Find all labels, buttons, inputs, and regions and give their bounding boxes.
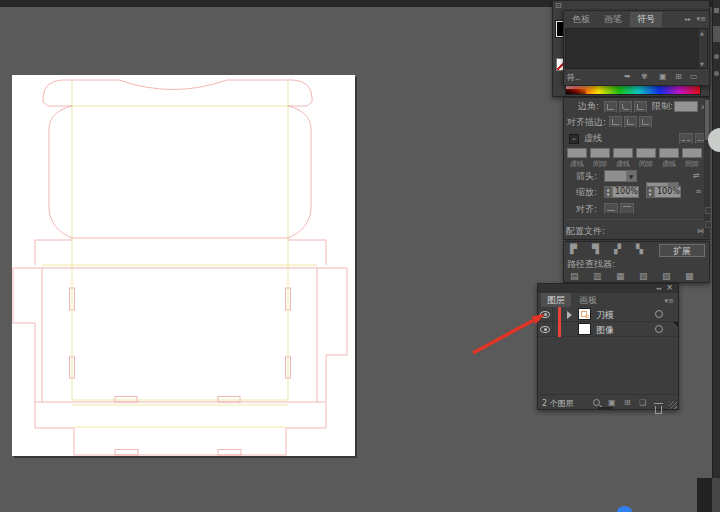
right-dock-strip [712, 0, 720, 512]
divide-icon[interactable]: ▤ [570, 271, 579, 281]
scale-start-stepper[interactable]: ▲▼ [604, 186, 612, 198]
bevel-join-button[interactable] [634, 101, 647, 113]
intersect-icon[interactable]: ▞ [614, 244, 621, 254]
dash-label-1: 虚线 [567, 160, 587, 168]
layers-titlebar[interactable]: ◂◂ × [538, 284, 678, 293]
align-label: 对齐: [576, 204, 597, 215]
gap-label-3: 间隙 [682, 160, 702, 168]
current-layer-corner-mark [673, 322, 678, 327]
expand-button[interactable]: 扩展 [659, 244, 705, 257]
dock-icon-1[interactable] [714, 8, 719, 13]
dock-icon-active[interactable] [713, 26, 720, 42]
gap-field-3[interactable] [682, 148, 702, 158]
miter-join-button[interactable] [604, 101, 617, 113]
collapse-panel-icon[interactable]: ◂◂ [656, 285, 661, 291]
tab-symbols[interactable]: 符号 [630, 12, 662, 27]
align-arrow-tip-button[interactable] [604, 203, 618, 214]
scroll-down-icon[interactable]: ▼ [700, 61, 704, 67]
symbol-libraries-button[interactable]: 符.. [567, 72, 580, 83]
layer-count-status: 2 个图层 [542, 398, 574, 409]
tab-swatches[interactable]: 色板 [566, 12, 596, 27]
dock-icon-2[interactable] [714, 54, 719, 59]
gap-field-2[interactable] [636, 148, 656, 158]
tab-brushes[interactable]: 画笔 [598, 12, 628, 27]
align-stroke-center-button[interactable] [609, 116, 622, 128]
limit-label: 限制: [652, 101, 673, 112]
panel-drag-notch[interactable] [598, 407, 613, 410]
target-circle-icon[interactable] [655, 325, 663, 333]
close-panel-icon[interactable]: × [666, 283, 673, 292]
delete-symbol-icon[interactable]: ▭ [690, 72, 698, 82]
layer-name[interactable]: 图像 [596, 324, 614, 337]
symbols-scrollbar[interactable]: ▲ ▼ [698, 29, 707, 68]
symbol-options-icon[interactable]: ✾ [641, 72, 648, 82]
align-stroke-outside-button[interactable] [639, 116, 652, 128]
layer-thumbnail [578, 308, 591, 320]
place-symbol-icon[interactable]: ➥ [624, 72, 631, 82]
dock-collapse-box-1[interactable] [705, 207, 712, 214]
locate-object-icon[interactable] [593, 399, 600, 406]
layers-bottombar: 2 个图层 ▣ ⊞ ❏ [538, 394, 678, 410]
scale-start-field[interactable]: 100% [612, 186, 639, 198]
trim-icon[interactable]: ▥ [593, 271, 602, 281]
new-symbol-icon[interactable]: ⊞ [675, 72, 682, 82]
target-circle-icon[interactable] [655, 310, 663, 318]
layers-tabbar: 图层 画板 ▾≡ [538, 293, 678, 307]
minus-back-icon[interactable]: ▩ [685, 271, 694, 281]
swap-arrowheads-icon[interactable]: ⇄ [693, 171, 700, 181]
crop-icon[interactable]: ▧ [639, 271, 648, 281]
dash-label-2: 虚线 [613, 160, 633, 168]
panel-resize-grip[interactable] [669, 401, 677, 409]
pathfinder-panel: ▛ ▜ ▞ ▚ 扩展 路径查找器: ▤ ▥ ▦ ▧ ▨ ▩ [563, 241, 710, 283]
dash-field-1[interactable] [567, 148, 587, 158]
arrowheads-label: 箭头: [576, 171, 597, 182]
delete-layer-icon[interactable] [655, 406, 662, 414]
scale-end-stepper[interactable]: ▲▼ [646, 186, 654, 198]
dock-scrollbar[interactable] [704, 98, 710, 238]
scroll-up-icon[interactable]: ▲ [700, 30, 704, 36]
fold-lines [42, 81, 317, 427]
align-stroke-inside-button[interactable] [624, 116, 637, 128]
panel-collapse-icon[interactable]: ▸▸ [685, 14, 691, 24]
minus-front-icon[interactable]: ▜ [592, 244, 599, 254]
scale-end-field[interactable]: 100% [654, 186, 681, 198]
miter-limit-field[interactable] [674, 101, 698, 112]
dash-preserve-button[interactable] [679, 133, 693, 144]
panel-mini-icon: ⊡ [555, 1, 562, 11]
symbols-content[interactable]: ▲ ▼ [565, 28, 708, 69]
exclude-icon[interactable]: ▚ [636, 244, 643, 254]
layer-name[interactable]: 刀模 [596, 309, 614, 322]
symbols-tabbar: 色板 画笔 符号 ▸▸ ▾≡ [564, 11, 709, 28]
layers-menu-icon[interactable]: ▾≡ [665, 296, 674, 306]
dock-collapse-box-2[interactable] [705, 221, 712, 228]
gap-field-1[interactable] [590, 148, 610, 158]
new-layer-icon[interactable]: ❏ [639, 398, 646, 408]
layer-row-tuxiang[interactable]: 图像 [538, 322, 678, 337]
tab-artboards[interactable]: 画板 [573, 293, 603, 307]
panel-menu-icon[interactable]: ▾≡ [697, 14, 706, 24]
new-sublayer-icon[interactable]: ⊞ [624, 398, 631, 408]
taskbar-app-peek-icon[interactable] [617, 506, 632, 512]
thumbnail-dieline-detail [585, 315, 589, 318]
round-join-button[interactable] [619, 101, 632, 113]
dash-field-3[interactable] [659, 148, 679, 158]
window-edge-light [712, 478, 720, 512]
expand-triangle-icon[interactable] [567, 311, 572, 319]
outline-icon[interactable]: ▨ [662, 271, 671, 281]
unite-icon[interactable]: ▛ [570, 244, 577, 254]
illustrator-workspace: ⊡ 色板 画笔 符号 ▸▸ ▾≡ ▲ ▼ 符.. ➥ ✾ ▣ [0, 0, 720, 512]
artboard-canvas [12, 75, 355, 456]
symbols-panel: 色板 画笔 符号 ▸▸ ▾≡ ▲ ▼ 符.. ➥ ✾ ▣ ⊞ ▭ [563, 10, 710, 86]
layer-row-daomo[interactable]: 刀模 [538, 307, 678, 322]
align-arrow-end-button[interactable] [620, 203, 634, 214]
break-link-icon[interactable]: ▣ [659, 72, 667, 82]
arrowhead-start-select[interactable]: ▼ [604, 170, 637, 182]
merge-icon[interactable]: ▦ [616, 271, 625, 281]
dashed-line-checkbox[interactable]: – [569, 134, 579, 144]
pathfinder-title: 路径查找器: [567, 259, 615, 270]
dash-field-2[interactable] [613, 148, 633, 158]
dock-icon-3[interactable] [714, 71, 719, 76]
link-scales-icon[interactable]: ∞ [695, 187, 702, 197]
flip-along-icon[interactable]: ⋈ [697, 226, 704, 236]
window-edge-dark [697, 478, 712, 512]
